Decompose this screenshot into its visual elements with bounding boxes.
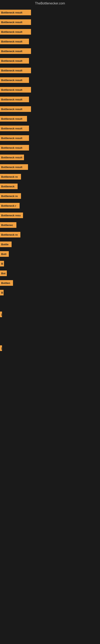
bar-row: [0, 304, 100, 310]
bar-row: [0, 319, 100, 325]
bar-row: Bottleneck resu: [0, 210, 100, 220]
bar-row: Bottleneck result: [0, 114, 100, 124]
bottleneck-bar[interactable]: Bottleneck re: [0, 232, 20, 238]
bar-row: B: [0, 259, 100, 268]
bar-row: Bottleneck result: [0, 17, 100, 27]
bottleneck-bar[interactable]: Bottleneck result: [0, 19, 31, 25]
bars-list: Bottleneck resultBottleneck resultBottle…: [0, 8, 100, 353]
bottleneck-bar[interactable]: Bottleneck result: [0, 87, 31, 92]
bar-row: B: [0, 288, 100, 298]
bar-row: Bottleneck result: [0, 124, 100, 133]
bottleneck-bar[interactable]: Bottle: [0, 242, 12, 247]
bar-row: [0, 337, 100, 343]
bottleneck-bar[interactable]: |: [0, 312, 2, 317]
bottleneck-bar[interactable]: Bot: [0, 270, 7, 276]
bar-row: Bottle: [0, 240, 100, 249]
bottleneck-bar[interactable]: Bottleneck result: [0, 135, 29, 141]
bar-row: Bottleneck result: [0, 94, 100, 104]
bottleneck-bar[interactable]: Bottleneck r: [0, 203, 20, 208]
bottleneck-bar[interactable]: Bottleneck: [0, 184, 18, 189]
bar-row: Bottleneck: [0, 182, 100, 191]
bar-row: Bottleneck result: [0, 152, 100, 162]
bar-row: Bottleneck result: [0, 8, 100, 17]
bottleneck-bar[interactable]: Bottleneck result: [0, 10, 31, 15]
bottleneck-bar[interactable]: |: [0, 345, 2, 351]
bottleneck-bar[interactable]: Bottleneck result: [0, 116, 27, 122]
bottleneck-bar[interactable]: Bottleneck re: [0, 193, 21, 199]
bottleneck-bar[interactable]: Bottleneck result: [0, 68, 31, 73]
site-title: TheBottlenecker.com: [0, 0, 100, 8]
bar-row: Bottleneck result: [0, 37, 100, 46]
bottleneck-bar[interactable]: Bottleneck result: [0, 39, 29, 44]
bar-row: Bottlen: [0, 278, 100, 288]
bar-row: [0, 325, 100, 331]
bar-row: Bottleneck result: [0, 143, 100, 152]
bottleneck-bar[interactable]: Bottleneck resu: [0, 212, 23, 218]
bar-row: Bott: [0, 249, 100, 259]
bar-row: Bottlenec: [0, 220, 100, 230]
bar-row: Bottleneck result: [0, 162, 100, 172]
bottleneck-bar[interactable]: Bottleneck result: [0, 164, 28, 170]
bottleneck-bar[interactable]: B: [0, 290, 3, 296]
bar-row: Bottleneck result: [0, 85, 100, 94]
bar-row: Bottleneck result: [0, 27, 100, 37]
bottleneck-bar[interactable]: Bottleneck result: [0, 126, 29, 131]
bottleneck-bar[interactable]: Bottleneck result: [0, 48, 31, 54]
bar-row: Bottleneck result: [0, 75, 100, 85]
bar-row: Bottleneck re: [0, 172, 100, 182]
bar-row: Bottleneck result: [0, 46, 100, 56]
bottleneck-bar[interactable]: B: [0, 261, 4, 266]
bottleneck-bar[interactable]: Bottlen: [0, 280, 13, 286]
bottleneck-bar[interactable]: Bottlenec: [0, 222, 16, 228]
bottleneck-bar[interactable]: Bottleneck result: [0, 106, 31, 112]
bar-row: Bottleneck result: [0, 133, 100, 143]
bottleneck-bar[interactable]: Bottleneck result: [0, 154, 24, 160]
bar-row: [0, 331, 100, 337]
bottleneck-bar[interactable]: Bottleneck result: [0, 96, 29, 102]
bottleneck-bar[interactable]: Bottleneck result: [0, 58, 29, 64]
bottleneck-bar[interactable]: Bottleneck re: [0, 174, 21, 180]
bar-row: Bottleneck r: [0, 201, 100, 210]
bottleneck-bar[interactable]: Bottleneck result: [0, 29, 31, 34]
bottleneck-bar[interactable]: Bottleneck result: [0, 145, 29, 150]
bar-row: Bottleneck result: [0, 104, 100, 114]
bar-row: |: [0, 310, 100, 319]
bar-row: [0, 298, 100, 304]
bar-row: Bottleneck result: [0, 66, 100, 75]
bar-row: |: [0, 343, 100, 353]
bar-row: Bottleneck re: [0, 230, 100, 240]
bar-row: Bottleneck result: [0, 56, 100, 66]
bar-row: Bot: [0, 268, 100, 278]
bottleneck-bar[interactable]: Bottleneck result: [0, 77, 29, 83]
bottleneck-bar[interactable]: Bott: [0, 251, 9, 257]
bar-row: Bottleneck re: [0, 191, 100, 201]
